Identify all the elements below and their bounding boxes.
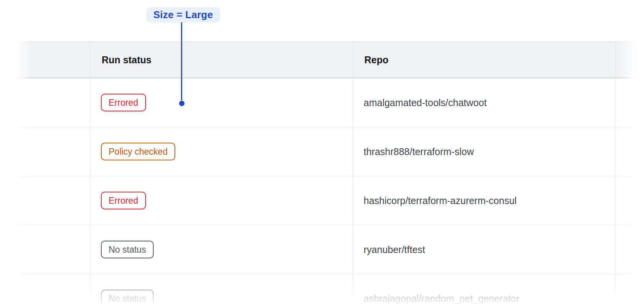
table-row[interactable]: Errored hashicorp/terraform-azurerm-cons… xyxy=(17,176,644,225)
repo-cell: ryanuber/tftest xyxy=(364,244,425,255)
run-status-cell: No status xyxy=(101,241,154,258)
size-large-annotation-pill: Size = Large xyxy=(146,7,220,22)
column-divider xyxy=(615,42,616,304)
table-row[interactable]: Errored amalgamated-tools/chatwoot xyxy=(17,78,644,127)
run-status-badge: Policy checked xyxy=(101,143,175,160)
workspaces-table: Run status Repo Errored amalgamated-tool… xyxy=(17,42,644,304)
table-row[interactable]: No status ryanuber/tftest xyxy=(17,225,644,274)
run-status-cell: Errored xyxy=(101,94,146,111)
run-status-cell: Policy checked xyxy=(101,143,175,160)
annotation-pointer-dot xyxy=(179,101,184,106)
table-row[interactable]: Policy checked thrashr888/terraform-slow xyxy=(17,127,644,176)
table-header-row: Run status Repo xyxy=(17,42,644,78)
repo-cell: amalgamated-tools/chatwoot xyxy=(364,97,487,108)
repo-cell: hashicorp/terraform-azurerm-consul xyxy=(364,195,517,206)
column-divider xyxy=(353,42,353,304)
run-status-badge: Errored xyxy=(101,94,146,111)
run-status-cell: Errored xyxy=(101,192,146,209)
table-row[interactable]: No status ashrajagopal/random_pet_genera… xyxy=(17,274,644,304)
run-status-badge: No status xyxy=(101,290,154,304)
table-body: Errored amalgamated-tools/chatwoot Polic… xyxy=(17,78,644,304)
run-status-badge: Errored xyxy=(101,192,146,209)
repo-cell: ashrajagopal/random_pet_generator xyxy=(364,293,519,304)
run-status-badge: No status xyxy=(101,241,154,258)
column-header-run-status: Run status xyxy=(102,54,151,66)
column-header-repo: Repo xyxy=(364,54,389,66)
run-status-cell: No status xyxy=(101,290,154,304)
annotation-pointer-line xyxy=(181,22,182,100)
column-divider xyxy=(90,42,90,304)
repo-cell: thrashr888/terraform-slow xyxy=(364,146,474,157)
